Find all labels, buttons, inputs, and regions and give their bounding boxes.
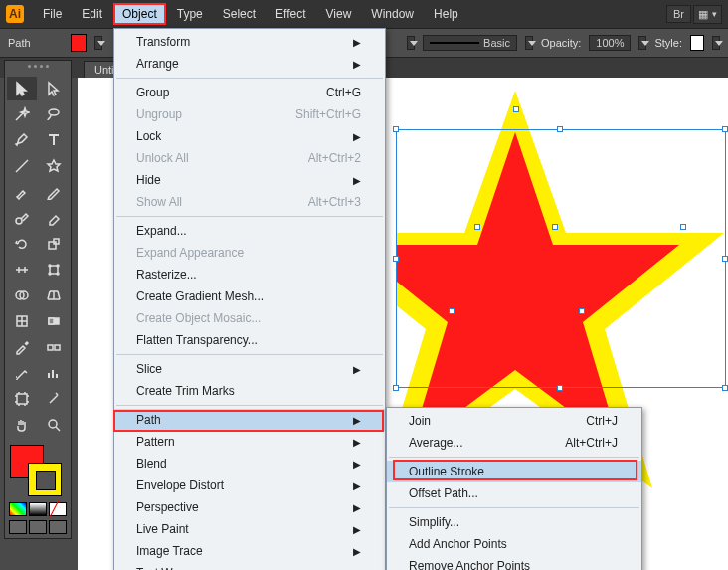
none-mode[interactable]: ╱ — [49, 502, 67, 516]
menu-item-arrange[interactable]: Arrange▶ — [114, 53, 385, 75]
lasso-tool[interactable] — [39, 102, 69, 126]
svg-rect-17 — [55, 345, 60, 350]
selection-tool[interactable] — [7, 77, 37, 100]
menu-item-hide[interactable]: Hide▶ — [114, 169, 385, 191]
perspective-grid-tool[interactable] — [39, 284, 69, 307]
selection-handle[interactable] — [722, 126, 728, 132]
line-tool[interactable] — [7, 154, 37, 178]
anchor-point[interactable] — [474, 224, 480, 230]
submenu-item-simplify[interactable]: Simplify... — [387, 511, 641, 533]
menu-view[interactable]: View — [317, 3, 361, 25]
menu-file[interactable]: File — [34, 3, 71, 25]
menu-item-envelope-distort[interactable]: Envelope Distort▶ — [114, 475, 385, 496]
menu-item-rasterize[interactable]: Rasterize... — [114, 264, 385, 285]
menu-item-create-gradient-mesh[interactable]: Create Gradient Mesh... — [114, 285, 385, 307]
anchor-point[interactable] — [579, 308, 585, 314]
menu-item-create-trim-marks[interactable]: Create Trim Marks — [114, 380, 385, 402]
svg-point-9 — [49, 273, 51, 275]
paintbrush-tool[interactable] — [7, 180, 37, 204]
rotate-tool[interactable] — [7, 232, 37, 256]
panel-grip[interactable] — [7, 65, 69, 73]
direct-selection-tool[interactable] — [39, 77, 69, 100]
magic-wand-tool[interactable] — [7, 102, 37, 126]
eyedropper-tool[interactable] — [7, 335, 37, 359]
stroke-color-box[interactable] — [28, 463, 62, 496]
stroke-dropdown[interactable] — [407, 36, 415, 50]
anchor-point[interactable] — [552, 224, 558, 230]
arrange-docs-button[interactable]: ▦▾ — [693, 5, 722, 24]
artboard-tool[interactable] — [7, 387, 37, 411]
menu-item-transform[interactable]: Transform▶ — [114, 31, 385, 53]
bridge-button[interactable]: Br — [666, 5, 691, 23]
width-tool[interactable] — [7, 258, 37, 282]
pencil-tool[interactable] — [39, 180, 69, 204]
free-transform-tool[interactable] — [39, 258, 69, 282]
menu-item-group[interactable]: GroupCtrl+G — [114, 82, 385, 103]
opacity-dropdown[interactable] — [638, 36, 646, 50]
mesh-tool[interactable] — [7, 309, 37, 333]
style-swatch[interactable] — [690, 35, 704, 51]
menu-select[interactable]: Select — [214, 3, 265, 25]
blob-brush-tool[interactable] — [7, 206, 37, 230]
menu-item-slice[interactable]: Slice▶ — [114, 358, 385, 380]
color-mode[interactable] — [9, 502, 27, 516]
slice-tool[interactable] — [39, 387, 69, 411]
selection-handle[interactable] — [722, 256, 728, 262]
selection-handle[interactable] — [393, 385, 399, 391]
menu-item-flatten-transparency[interactable]: Flatten Transparency... — [114, 329, 385, 351]
submenu-item-average[interactable]: Average...Alt+Ctrl+J — [387, 432, 641, 454]
normal-draw-mode[interactable] — [9, 520, 27, 534]
style-dropdown[interactable] — [712, 36, 720, 50]
gradient-tool[interactable] — [39, 309, 69, 333]
draw-behind-mode[interactable] — [29, 520, 47, 534]
draw-inside-mode[interactable] — [49, 520, 67, 534]
anchor-point[interactable] — [680, 224, 686, 230]
gradient-mode[interactable] — [29, 502, 47, 516]
zoom-tool[interactable] — [39, 413, 69, 437]
pen-tool[interactable] — [7, 128, 37, 152]
anchor-point[interactable] — [513, 106, 519, 112]
selection-handle[interactable] — [393, 256, 399, 262]
submenu-item-add-anchor-points[interactable]: Add Anchor Points — [387, 533, 641, 555]
selection-handle[interactable] — [557, 126, 563, 132]
fill-stroke-indicator[interactable] — [8, 443, 68, 498]
menu-item-path[interactable]: Path▶ — [114, 409, 385, 431]
selection-handle[interactable] — [393, 126, 399, 132]
menu-item-text-wrap[interactable]: Text Wrap▶ — [114, 562, 385, 570]
menu-edit[interactable]: Edit — [73, 3, 111, 25]
menu-item-blend[interactable]: Blend▶ — [114, 453, 385, 475]
menu-object[interactable]: Object — [113, 3, 166, 25]
submenu-item-remove-anchor-points[interactable]: Remove Anchor Points — [387, 555, 641, 570]
menu-item-perspective[interactable]: Perspective▶ — [114, 496, 385, 518]
hand-tool[interactable] — [7, 413, 37, 437]
menu-item-image-trace[interactable]: Image Trace▶ — [114, 540, 385, 562]
menu-item-live-paint[interactable]: Live Paint▶ — [114, 518, 385, 540]
eraser-tool[interactable] — [39, 206, 69, 230]
svg-rect-18 — [17, 394, 27, 404]
menu-item-lock[interactable]: Lock▶ — [114, 125, 385, 147]
menu-type[interactable]: Type — [168, 3, 212, 25]
selection-handle[interactable] — [557, 385, 563, 391]
menu-item-expand[interactable]: Expand... — [114, 220, 385, 242]
symbol-sprayer-tool[interactable] — [7, 361, 37, 385]
fill-dropdown[interactable] — [94, 36, 102, 50]
star-tool[interactable] — [39, 154, 69, 178]
menu-effect[interactable]: Effect — [267, 3, 314, 25]
blend-tool[interactable] — [39, 335, 69, 359]
brush-style[interactable]: Basic — [423, 35, 517, 51]
menu-window[interactable]: Window — [362, 3, 423, 25]
menu-item-pattern[interactable]: Pattern▶ — [114, 431, 385, 453]
shape-builder-tool[interactable] — [7, 284, 37, 307]
submenu-item-join[interactable]: JoinCtrl+J — [387, 410, 641, 432]
opacity-field[interactable]: 100% — [589, 35, 631, 51]
selection-handle[interactable] — [722, 385, 728, 391]
fill-swatch[interactable] — [71, 34, 87, 52]
anchor-point[interactable] — [449, 308, 455, 314]
submenu-item-offset-path[interactable]: Offset Path... — [387, 482, 641, 504]
brush-dropdown[interactable] — [525, 36, 533, 50]
type-tool[interactable] — [39, 128, 69, 152]
submenu-item-outline-stroke[interactable]: Outline Stroke — [387, 461, 641, 482]
menu-help[interactable]: Help — [425, 3, 467, 25]
column-graph-tool[interactable] — [39, 361, 69, 385]
scale-tool[interactable] — [39, 232, 69, 256]
